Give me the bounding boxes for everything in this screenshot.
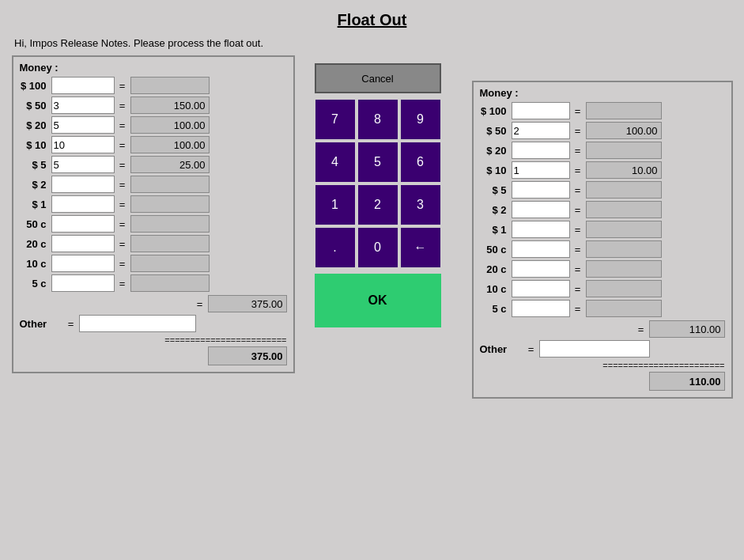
- right-money-result: 10.00: [586, 161, 662, 179]
- numpad-button-2[interactable]: 2: [358, 185, 398, 225]
- right-money-result: [586, 102, 662, 119]
- right-money-label: 50 c: [480, 244, 510, 255]
- right-money-input[interactable]: [512, 300, 570, 317]
- left-money-row: $ 20=100.00: [20, 116, 287, 134]
- right-money-input[interactable]: [512, 122, 570, 139]
- left-money-label: $ 100: [20, 80, 50, 92]
- left-money-result: [130, 215, 210, 233]
- left-money-eq: =: [116, 258, 129, 270]
- right-money-label: 5 c: [480, 303, 510, 315]
- right-money-label: $ 20: [480, 145, 510, 157]
- right-money-result: [586, 221, 662, 238]
- right-money-eq: =: [572, 145, 584, 157]
- left-money-input[interactable]: [51, 274, 115, 292]
- left-money-eq: =: [116, 139, 129, 151]
- left-money-eq: =: [116, 199, 129, 210]
- right-money-eq: =: [572, 224, 584, 236]
- left-money-eq: =: [116, 218, 129, 230]
- left-money-result: 100.00: [130, 136, 210, 153]
- left-money-result: [130, 274, 210, 292]
- left-money-row: $ 5=25.00: [20, 156, 287, 173]
- ok-button[interactable]: OK: [315, 274, 441, 327]
- left-money-label: $ 5: [20, 159, 50, 171]
- left-money-input[interactable]: [51, 195, 115, 213]
- right-money-row: $ 2=: [480, 201, 725, 218]
- cancel-button[interactable]: Cancel: [315, 63, 441, 93]
- right-money-row: 10 c=: [480, 280, 725, 297]
- right-money-eq: =: [572, 263, 584, 275]
- right-other-label: Other: [480, 343, 523, 355]
- left-money-label: $ 20: [20, 119, 50, 131]
- right-money-input[interactable]: [512, 102, 570, 119]
- numpad-button-4[interactable]: 4: [315, 142, 355, 182]
- left-money-result: [130, 235, 210, 252]
- left-money-label: 5 c: [20, 278, 50, 289]
- right-money-input[interactable]: [512, 142, 570, 159]
- left-money-eq: =: [116, 100, 129, 112]
- numpad-button-3[interactable]: 3: [401, 185, 440, 225]
- left-money-result: 25.00: [130, 156, 210, 173]
- right-money-eq: =: [572, 105, 584, 117]
- numpad-button-0[interactable]: 0: [358, 228, 398, 267]
- left-money-label: $ 2: [20, 179, 50, 191]
- left-money-input[interactable]: [51, 176, 115, 193]
- left-money-label: 20 c: [20, 238, 50, 250]
- right-money-eq: =: [572, 283, 584, 295]
- left-money-input[interactable]: [51, 77, 115, 94]
- numpad-button-7[interactable]: 7: [315, 100, 355, 139]
- left-other-input[interactable]: [79, 315, 196, 332]
- right-money-result: [586, 300, 662, 317]
- left-other-label: Other: [20, 318, 63, 330]
- right-money-row: 20 c=: [480, 260, 725, 278]
- left-other-eq: =: [65, 318, 77, 330]
- right-money-input[interactable]: [512, 161, 570, 179]
- left-money-input[interactable]: [51, 116, 115, 134]
- left-money-input[interactable]: [51, 156, 115, 173]
- right-money-eq: =: [572, 303, 584, 315]
- right-money-input[interactable]: [512, 201, 570, 218]
- left-money-row: $ 50=150.00: [20, 96, 287, 114]
- numpad-button-9[interactable]: 9: [401, 100, 440, 139]
- left-money-input[interactable]: [51, 235, 115, 252]
- left-subtotal-value: 375.00: [208, 295, 287, 312]
- right-subtotal-eq: =: [635, 324, 648, 335]
- right-money-input[interactable]: [512, 260, 570, 278]
- right-money-row: 5 c=: [480, 300, 725, 317]
- right-money-eq: =: [572, 184, 584, 196]
- left-subtotal-eq: =: [194, 298, 206, 310]
- left-money-panel: Money : $ 100=$ 50=150.00$ 20=100.00$ 10…: [12, 55, 295, 373]
- numpad-button-backspace[interactable]: ←: [401, 228, 440, 267]
- right-money-input[interactable]: [512, 181, 570, 199]
- numpad-button-8[interactable]: 8: [358, 100, 398, 139]
- right-money-result: [586, 181, 662, 199]
- numpad-button-5[interactable]: 5: [358, 142, 398, 182]
- left-panel-title: Money :: [20, 62, 287, 74]
- right-other-input[interactable]: [539, 340, 650, 358]
- left-money-input[interactable]: [51, 96, 115, 114]
- right-money-label: $ 100: [480, 105, 510, 117]
- right-money-eq: =: [572, 204, 584, 216]
- right-money-panel: Money : $ 100=$ 50=100.00$ 20=$ 10=10.00…: [472, 81, 733, 399]
- right-subtotal-value: 110.00: [649, 320, 725, 338]
- left-money-input[interactable]: [51, 215, 115, 233]
- left-money-row: $ 10=100.00: [20, 136, 287, 153]
- right-money-label: $ 10: [480, 165, 510, 176]
- numpad-button-1[interactable]: 1: [315, 185, 355, 225]
- right-money-input[interactable]: [512, 221, 570, 238]
- right-money-row: $ 20=: [480, 142, 725, 159]
- left-money-input[interactable]: [51, 136, 115, 153]
- right-money-row: $ 1=: [480, 221, 725, 238]
- left-money-result: 100.00: [130, 116, 210, 134]
- right-money-input[interactable]: [512, 240, 570, 258]
- right-money-input[interactable]: [512, 280, 570, 297]
- left-money-row: 20 c=: [20, 235, 287, 252]
- left-money-label: $ 50: [20, 100, 50, 112]
- left-money-label: 50 c: [20, 218, 50, 230]
- right-panel-wrapper: Money : $ 100=$ 50=100.00$ 20=$ 10=10.00…: [472, 81, 733, 399]
- right-money-label: $ 50: [480, 125, 510, 137]
- numpad-button-dot[interactable]: .: [315, 228, 355, 267]
- right-money-row: $ 50=100.00: [480, 122, 725, 139]
- numpad-button-6[interactable]: 6: [401, 142, 440, 182]
- left-money-input[interactable]: [51, 255, 115, 272]
- right-grand-total: 110.00: [649, 372, 725, 391]
